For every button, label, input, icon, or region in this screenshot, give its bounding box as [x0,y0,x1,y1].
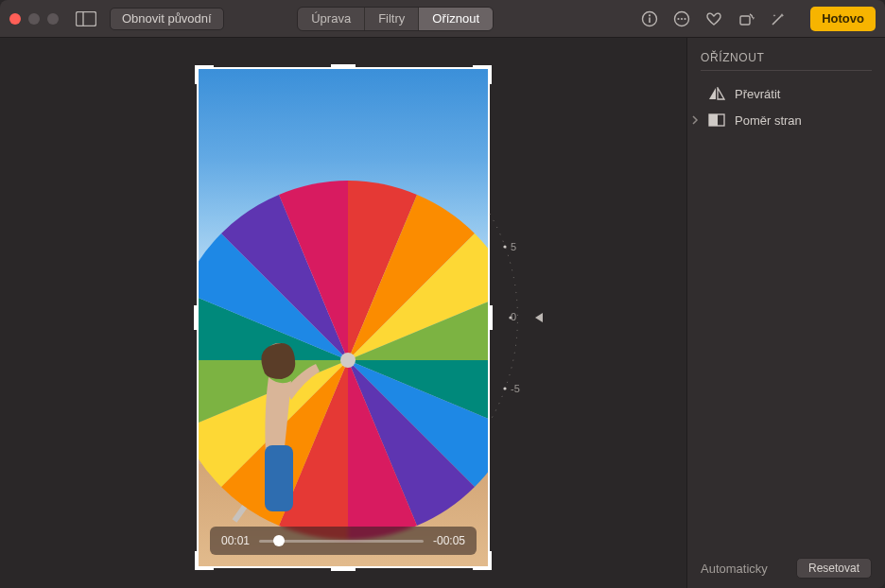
aspect-ratio-row[interactable]: Poměr stran [701,107,872,133]
straighten-dial[interactable]: 5 0 -5 [471,199,556,436]
inspector-footer: Automaticky Resetovat [701,548,872,579]
done-button[interactable]: Hotovo [810,7,876,31]
rotate-button[interactable] [737,9,755,28]
rotate-icon [738,10,755,27]
svg-point-3 [649,14,651,16]
crop-handle-bottom[interactable] [331,567,356,571]
sidebar-toggle-button[interactable] [72,9,100,29]
svg-point-8 [685,17,686,19]
magic-wand-icon [770,10,787,27]
spacer [691,87,699,101]
flip-row[interactable]: Převrátit [701,80,872,107]
svg-rect-18 [709,114,718,126]
inspector-title: OŘÍZNOUT [701,51,872,71]
crop-handle-left[interactable] [194,305,198,330]
crop-handle-top[interactable] [331,64,356,68]
fullscreen-window-button[interactable] [47,13,59,25]
svg-rect-0 [77,11,96,26]
scrubber-track[interactable] [259,540,424,543]
svg-point-11 [340,353,356,368]
dial-tick-plus5: 5 [511,241,516,252]
sidebar-icon [76,11,96,26]
inspector-panel: OŘÍZNOUT Převrátit Poměr stran Automatic… [686,38,885,588]
svg-point-16 [503,387,506,389]
tab-adjust[interactable]: Úprava [298,8,365,30]
flip-label: Převrátit [735,87,780,101]
time-elapsed: 00:01 [221,534,250,547]
auto-enhance-button[interactable] [769,9,788,28]
chevron-right-icon [691,113,699,128]
ellipsis-circle-icon [673,10,690,27]
dial-tick-minus5: -5 [511,383,520,394]
favorite-button[interactable] [704,9,723,28]
main-area: 00:01 -00:05 [0,38,885,588]
canvas-area: 00:01 -00:05 [0,38,686,588]
svg-point-7 [681,17,683,19]
crop-stage[interactable]: 00:01 -00:05 [197,67,490,568]
tab-crop[interactable]: Oříznout [419,8,493,30]
crop-handle-bottom-right[interactable] [473,551,492,570]
dial-pointer-icon [535,313,543,322]
flip-icon [708,87,725,100]
toolbar-actions: Hotovo [640,7,876,31]
crop-handle-top-right[interactable] [473,65,492,84]
revert-original-button[interactable]: Obnovit původní [110,8,224,30]
svg-rect-13 [265,445,293,511]
svg-point-6 [678,17,680,19]
svg-point-14 [503,245,506,248]
heart-icon [705,10,722,27]
edit-mode-tabs: Úprava Filtry Oříznout [297,7,494,31]
dial-tick-zero: 0 [511,311,516,322]
time-remaining: -00:05 [433,534,465,547]
person-graphic [236,332,331,521]
aspect-ratio-icon [708,113,725,127]
crop-handle-bottom-left[interactable] [195,551,214,570]
svg-rect-9 [740,16,750,25]
auto-crop-button[interactable]: Automaticky [701,562,768,576]
photo-preview: 00:01 -00:05 [197,67,490,568]
window-controls [9,13,59,25]
toolbar: Obnovit původní Úprava Filtry Oříznout [0,0,885,38]
scrubber-thumb[interactable] [273,535,285,546]
reset-button[interactable]: Resetovat [796,558,872,579]
info-icon [641,10,658,27]
svg-rect-4 [649,17,651,23]
more-button[interactable] [672,9,691,28]
tab-filters[interactable]: Filtry [365,8,419,30]
aspect-ratio-label: Poměr stran [735,113,802,128]
info-button[interactable] [640,9,659,28]
close-window-button[interactable] [9,13,21,25]
crop-handle-top-left[interactable] [195,65,214,84]
video-scrubber[interactable]: 00:01 -00:05 [210,527,477,555]
minimize-window-button[interactable] [28,13,40,25]
